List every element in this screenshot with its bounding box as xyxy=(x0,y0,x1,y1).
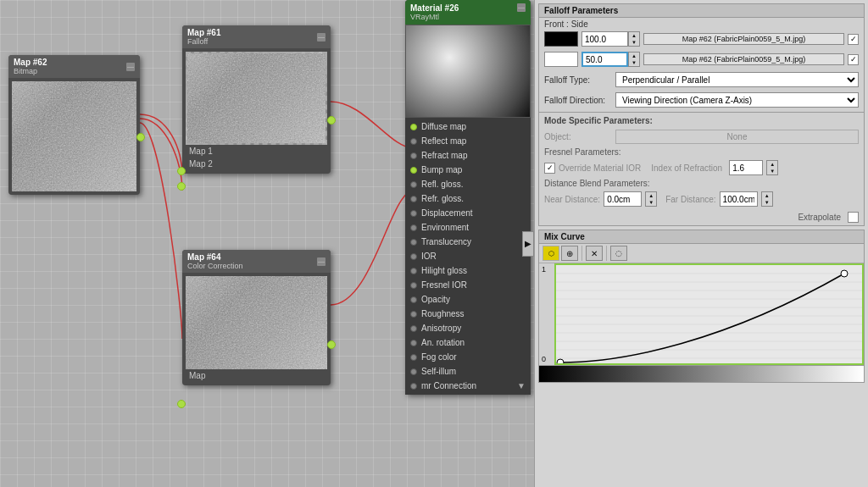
cc-map-row: Map xyxy=(186,369,327,382)
far-up[interactable]: ▲ xyxy=(762,192,772,199)
node-vraymtl-minimize[interactable]: — xyxy=(517,3,526,12)
extrapolate-checkbox[interactable] xyxy=(848,212,859,223)
near-down[interactable]: ▼ xyxy=(646,199,656,206)
near-label: Near Distance: xyxy=(544,195,600,204)
map1-btn[interactable]: Map #62 (FabricPlain0059_5_M.jpg) xyxy=(643,33,844,45)
slot-fresnel-ior[interactable]: Fresnel IOR xyxy=(405,278,531,292)
value1-spinner[interactable]: ▲ ▼ xyxy=(628,31,640,47)
near-input[interactable] xyxy=(604,191,642,207)
slot-self-illum[interactable]: Self-illum xyxy=(405,364,531,379)
slot-refract[interactable]: Refract map xyxy=(405,148,531,163)
value1-up[interactable]: ▲ xyxy=(629,32,639,39)
slot-bump[interactable]: Bump map xyxy=(405,163,531,177)
node-cc-preview xyxy=(186,276,327,369)
ior-up[interactable]: ▲ xyxy=(767,161,777,168)
value2-up[interactable]: ▲ xyxy=(629,53,639,59)
falloff-map2-label: Map 2 xyxy=(189,159,213,169)
override-ior-checkbox[interactable]: ✓ xyxy=(544,163,555,174)
node-cc-minimize[interactable]: — xyxy=(317,257,326,266)
falloff-params-title: Falloff Parameters xyxy=(539,4,864,18)
value2-spinner[interactable]: ▲ ▼ xyxy=(628,52,640,67)
ior-input[interactable] xyxy=(729,160,763,175)
falloff-direction-select[interactable]: Viewing Direction (Camera Z-Axis) xyxy=(615,92,859,108)
cc-map-port[interactable] xyxy=(177,400,186,408)
slot-self-illum-label: Self-illum xyxy=(421,367,456,376)
cc-output-port[interactable] xyxy=(327,340,336,349)
slot-anisotropy[interactable]: Anisotropy xyxy=(405,321,531,335)
map1-checkbox[interactable]: ✓ xyxy=(848,34,859,45)
slot-an-rotation[interactable]: An. rotation xyxy=(405,335,531,350)
object-row: Object: None xyxy=(539,127,864,147)
value2-down[interactable]: ▼ xyxy=(629,59,639,66)
slot-opacity[interactable]: Opacity xyxy=(405,292,531,307)
map2-checkbox[interactable]: ✓ xyxy=(848,54,859,65)
y-label-1: 1 xyxy=(542,265,546,274)
node-falloff[interactable]: Map #61 Falloff — Map 1 Ma xyxy=(182,25,331,174)
falloff-type-select[interactable]: Perpendicular / Parallel xyxy=(615,72,859,87)
node-falloff-subtitle: Falloff xyxy=(187,37,220,46)
slot-displacement[interactable]: Displacement xyxy=(405,206,531,220)
value1-down[interactable]: ▼ xyxy=(629,39,639,46)
canvas-scroll-right[interactable]: ▶ xyxy=(522,231,534,257)
slot-diffuse-label: Diffuse map xyxy=(421,122,466,131)
curve-canvas[interactable] xyxy=(554,263,864,365)
far-down[interactable]: ▼ xyxy=(762,199,772,206)
curve-tool-reset[interactable]: ◌ xyxy=(610,246,627,261)
slot-ior[interactable]: IOR xyxy=(405,249,531,263)
fresnel-label: Fresnel Parameters: xyxy=(539,147,864,158)
slot-mr-label: mr Connection xyxy=(421,381,476,390)
toolbar-divider1 xyxy=(581,246,582,261)
value1-group: ▲ ▼ xyxy=(581,31,640,47)
node-bitmap[interactable]: Map #62 Bitmap — xyxy=(8,55,140,195)
slot-refr-gloss[interactable]: Refr. gloss. xyxy=(405,191,531,206)
slot-fresnel-ior-label: Fresnel IOR xyxy=(421,280,467,290)
falloff-output-port[interactable] xyxy=(327,116,336,125)
falloff-map2-row: Map 2 xyxy=(186,158,327,170)
swatch-white[interactable] xyxy=(544,52,578,67)
curve-tool-delete[interactable]: ✕ xyxy=(586,246,603,261)
slot-diffuse[interactable]: Diffuse map xyxy=(405,119,531,134)
swatch-black[interactable] xyxy=(544,31,578,47)
ior-down[interactable]: ▼ xyxy=(767,168,777,174)
near-up[interactable]: ▲ xyxy=(646,192,656,199)
slot-roughness-label: Roughness xyxy=(421,309,465,318)
slot-fog-color[interactable]: Fog color xyxy=(405,350,531,364)
map2-btn[interactable]: Map #62 (FabricPlain0059_5_M.jpg) xyxy=(643,53,844,65)
falloff-map1-port[interactable] xyxy=(177,167,186,175)
falloff-direction-row: Falloff Direction: Viewing Direction (Ca… xyxy=(539,90,864,110)
falloff-map1-row: Map 1 xyxy=(186,145,327,158)
slot-hilight[interactable]: Hilight gloss xyxy=(405,263,531,278)
node-falloff-body: Map 1 Map 2 xyxy=(182,48,331,174)
curve-grid-svg xyxy=(556,265,862,363)
curve-node-icon: ⬡ xyxy=(548,250,554,257)
node-bitmap-minimize[interactable]: — xyxy=(126,63,135,71)
slot-environment-dot xyxy=(410,224,417,231)
far-input[interactable] xyxy=(720,191,758,207)
slot-environment[interactable]: Environment xyxy=(405,220,531,235)
canvas-area[interactable]: Map #62 Bitmap — Map #61 Falloff — xyxy=(0,0,534,487)
node-falloff-minimize[interactable]: — xyxy=(317,33,326,42)
mix-curve-title: Mix Curve xyxy=(539,230,864,244)
slot-reflect[interactable]: Reflect map xyxy=(405,134,531,148)
curve-tool-node[interactable]: ⬡ xyxy=(542,246,559,261)
bitmap-output-port[interactable] xyxy=(136,133,145,141)
node-vraymtl-subtitle: VRayMtl xyxy=(410,13,459,21)
node-colorcorrection[interactable]: Map #64 Color Correction — Map xyxy=(182,250,331,385)
object-value: None xyxy=(615,130,859,144)
ior-spinner[interactable]: ▲ ▼ xyxy=(766,160,778,175)
slot-refr-gloss-dot xyxy=(410,196,417,202)
curve-tool-add[interactable]: ⊕ xyxy=(561,246,578,261)
slot-ior-label: IOR xyxy=(421,252,437,261)
slot-mr[interactable]: mr Connection ▼ xyxy=(405,379,531,393)
falloff-row1: ▲ ▼ Map #62 (FabricPlain0059_5_M.jpg) ✓ xyxy=(539,29,864,49)
value1-input[interactable] xyxy=(581,31,628,47)
slot-roughness[interactable]: Roughness xyxy=(405,307,531,321)
near-spinner[interactable]: ▲ ▼ xyxy=(645,191,657,207)
far-spinner[interactable]: ▲ ▼ xyxy=(761,191,773,207)
node-vraymtl[interactable]: Material #26 VRayMtl — Diffuse map Refle… xyxy=(405,0,531,395)
slot-reflect-dot xyxy=(410,138,417,145)
slot-translucency[interactable]: Translucency xyxy=(405,235,531,249)
value2-input[interactable] xyxy=(581,52,628,67)
falloff-map2-port[interactable] xyxy=(177,182,186,191)
slot-refl-gloss[interactable]: Refl. gloss. xyxy=(405,177,531,191)
